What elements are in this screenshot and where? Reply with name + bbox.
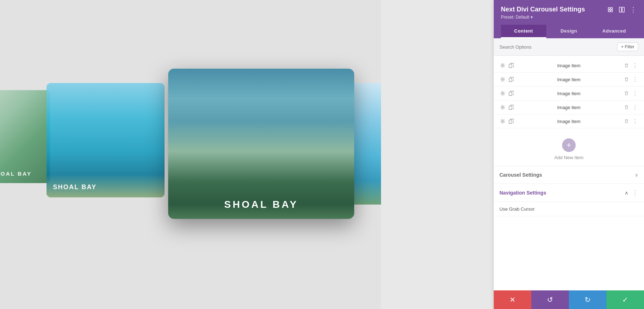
filter-button[interactable]: + Filter bbox=[617, 43, 638, 51]
tab-content[interactable]: Content bbox=[501, 25, 546, 38]
undo-button[interactable]: ↺ bbox=[531, 290, 569, 309]
svg-point-10 bbox=[502, 93, 503, 94]
panel-title: Next Divi Carousel Settings bbox=[501, 6, 585, 13]
svg-point-6 bbox=[502, 65, 503, 66]
use-grab-cursor-row: Use Grab Cursor bbox=[494, 202, 644, 216]
nav-settings-chevron-icon: ∧ bbox=[625, 190, 628, 196]
panel-header: Next Divi Carousel Settings bbox=[494, 0, 644, 38]
svg-rect-5 bbox=[622, 7, 624, 12]
list-item: Image Item ⋮ bbox=[494, 87, 644, 100]
svg-rect-1 bbox=[611, 8, 613, 9]
items-list: Image Item ⋮ bbox=[494, 56, 644, 131]
canvas-area: HOAL BAY SHOAL BAY SHOAL BAY S H bbox=[0, 0, 381, 309]
carousel-settings-chevron-icon: ∨ bbox=[635, 172, 638, 178]
settings-icon-2[interactable] bbox=[499, 76, 506, 83]
settings-icon-4[interactable] bbox=[499, 104, 506, 111]
svg-rect-11 bbox=[509, 92, 512, 96]
add-new-item-button[interactable]: + bbox=[562, 138, 576, 152]
item-label-5: Image Item bbox=[517, 119, 620, 124]
more-icon-2[interactable]: ⋮ bbox=[632, 76, 638, 83]
tab-design[interactable]: Design bbox=[546, 25, 592, 38]
item-label-4: Image Item bbox=[517, 105, 620, 110]
delete-icon-1[interactable] bbox=[623, 62, 630, 69]
grid-icon[interactable] bbox=[618, 6, 625, 13]
delete-icon-3[interactable] bbox=[623, 90, 630, 97]
save-button[interactable]: ✓ bbox=[606, 290, 644, 309]
carousel-container: HOAL BAY SHOAL BAY SHOAL BAY S H bbox=[0, 47, 381, 262]
panel-content: Image Item ⋮ bbox=[494, 56, 644, 290]
svg-rect-15 bbox=[509, 120, 512, 124]
add-new-item-label: Add New Item bbox=[554, 155, 584, 160]
item-label-2: Image Item bbox=[517, 77, 620, 82]
bottom-action-bar: ✕ ↺ ↻ ✓ bbox=[494, 290, 644, 309]
panel-preset[interactable]: Preset: Default ▾ bbox=[501, 15, 637, 20]
delete-icon-5[interactable] bbox=[623, 118, 630, 124]
carousel-image-center: SHOAL BAY bbox=[168, 69, 354, 219]
svg-rect-2 bbox=[608, 10, 610, 12]
svg-rect-9 bbox=[509, 78, 512, 82]
svg-rect-7 bbox=[509, 64, 512, 68]
list-item: Image Item ⋮ bbox=[494, 59, 644, 73]
settings-icon-5[interactable] bbox=[499, 118, 506, 124]
search-bar: + Filter bbox=[494, 38, 644, 56]
more-icon-1[interactable]: ⋮ bbox=[632, 62, 638, 69]
list-item: Image Item ⋮ bbox=[494, 73, 644, 87]
use-grab-cursor-label: Use Grab Cursor bbox=[499, 206, 535, 212]
svg-point-8 bbox=[502, 79, 503, 80]
panel-tabs: Content Design Advanced bbox=[501, 25, 637, 38]
carousel-settings-label: Carousel Settings bbox=[499, 172, 542, 178]
item-label-3: Image Item bbox=[517, 91, 620, 96]
svg-rect-4 bbox=[619, 7, 621, 12]
svg-rect-13 bbox=[509, 106, 512, 110]
nav-settings-section[interactable]: Navigation Settings ∧ ⋮ bbox=[494, 184, 644, 202]
svg-point-12 bbox=[502, 107, 503, 108]
duplicate-icon-1[interactable] bbox=[508, 62, 514, 69]
carousel-label-left: SHOAL BAY bbox=[53, 183, 97, 191]
add-new-item-section: + Add New Item bbox=[494, 131, 644, 166]
delete-icon-2[interactable] bbox=[623, 76, 630, 83]
list-item: Image Item ⋮ bbox=[494, 100, 644, 114]
more-icon[interactable]: ⋮ bbox=[630, 6, 637, 13]
carousel-settings-section[interactable]: Carousel Settings ∨ bbox=[494, 166, 644, 184]
cancel-button[interactable]: ✕ bbox=[494, 290, 531, 309]
duplicate-icon-2[interactable] bbox=[508, 76, 514, 83]
search-input[interactable] bbox=[499, 44, 614, 50]
carousel-label-center: SHOAL BAY bbox=[224, 199, 298, 210]
svg-point-14 bbox=[502, 121, 503, 122]
duplicate-icon-4[interactable] bbox=[508, 104, 514, 111]
carousel-label-far-left: HOAL BAY bbox=[0, 171, 32, 177]
redo-button[interactable]: ↻ bbox=[569, 290, 606, 309]
panel-header-icons: ⋮ bbox=[607, 6, 637, 13]
tab-advanced[interactable]: Advanced bbox=[591, 25, 637, 38]
more-icon-5[interactable]: ⋮ bbox=[632, 118, 638, 124]
list-item: Image Item ⋮ bbox=[494, 114, 644, 128]
nav-settings-more-icon[interactable]: ⋮ bbox=[632, 190, 638, 196]
more-icon-4[interactable]: ⋮ bbox=[632, 104, 638, 111]
more-icon-3[interactable]: ⋮ bbox=[632, 90, 638, 97]
svg-rect-3 bbox=[611, 10, 613, 12]
item-label-1: Image Item bbox=[517, 63, 620, 68]
svg-rect-0 bbox=[608, 8, 610, 9]
expand-icon[interactable] bbox=[607, 6, 614, 13]
nav-settings-label: Navigation Settings bbox=[499, 190, 546, 196]
carousel-image-far-left: HOAL BAY bbox=[0, 90, 50, 183]
right-panel: Next Divi Carousel Settings bbox=[494, 0, 644, 309]
carousel-image-left: SHOAL BAY bbox=[47, 83, 165, 197]
duplicate-icon-5[interactable] bbox=[508, 118, 514, 124]
settings-icon-3[interactable] bbox=[499, 90, 506, 97]
settings-icon-1[interactable] bbox=[499, 62, 506, 69]
duplicate-icon-3[interactable] bbox=[508, 90, 514, 97]
delete-icon-4[interactable] bbox=[623, 104, 630, 111]
